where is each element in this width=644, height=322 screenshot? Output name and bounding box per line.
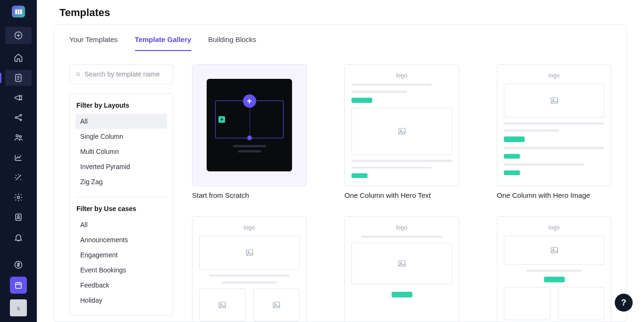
nav-automation[interactable] — [5, 169, 32, 186]
image-icon — [550, 96, 559, 105]
svg-point-21 — [248, 251, 249, 253]
bell-icon — [14, 233, 23, 242]
megaphone-icon — [14, 93, 23, 102]
filter-box: Filter by Layouts All Single Column Mult… — [69, 93, 173, 316]
gear-icon — [14, 193, 23, 202]
filter-layout-zigzag[interactable]: Zig Zag — [75, 174, 167, 189]
svg-point-8 — [16, 135, 18, 137]
people-icon — [14, 133, 23, 142]
main-area: Templates Your Templates Template Galler… — [37, 0, 644, 322]
nav-settings[interactable] — [5, 189, 32, 205]
svg-rect-2 — [20, 9, 22, 14]
template-card[interactable]: logo — [344, 216, 459, 322]
filter-separator — [76, 197, 166, 197]
logo-icon — [14, 8, 23, 16]
filter-usecase-all[interactable]: All — [75, 217, 167, 232]
svg-point-19 — [552, 99, 554, 101]
home-icon — [14, 53, 23, 62]
filter-usecase-feedback[interactable]: Feedback — [75, 278, 167, 293]
template-title: One Column with Hero Text — [344, 191, 459, 200]
svg-point-23 — [221, 304, 222, 305]
svg-point-12 — [17, 216, 19, 218]
svg-rect-0 — [15, 9, 17, 14]
svg-point-6 — [20, 114, 21, 116]
filter-layout-single[interactable]: Single Column — [75, 129, 167, 144]
filter-layout-multi[interactable]: Multi Column — [75, 144, 167, 159]
wireframe-preview: logo — [345, 217, 459, 322]
avatar[interactable]: s — [10, 299, 27, 316]
nav-notifications[interactable] — [5, 229, 32, 246]
svg-point-7 — [20, 119, 21, 120]
chart-line-icon — [14, 153, 23, 162]
template-grid: + + Start from Scratch — [192, 64, 611, 322]
document-icon — [14, 73, 23, 83]
image-icon — [398, 127, 406, 136]
template-title: One Column with Hero Image — [497, 191, 611, 200]
image-icon — [272, 301, 281, 309]
filter-layouts-list: All Single Column Multi Column Inverted … — [76, 114, 166, 189]
scratch-preview: + + — [207, 79, 292, 171]
template-card-scratch[interactable]: + + Start from Scratch — [192, 64, 307, 200]
filter-layouts-heading: Filter by Layouts — [76, 102, 166, 109]
content: Filter by Layouts All Single Column Mult… — [54, 51, 627, 322]
wireframe-preview: logo — [345, 65, 459, 186]
nav-contacts[interactable] — [5, 209, 32, 225]
image-icon — [218, 301, 226, 309]
svg-point-9 — [19, 136, 21, 138]
nav-billing[interactable] — [5, 257, 32, 273]
page-title: Templates — [37, 0, 644, 25]
filter-layout-pyramid[interactable]: Inverted Pyramid — [75, 159, 167, 174]
share-icon — [14, 113, 23, 122]
template-card[interactable]: logo — [497, 216, 611, 322]
nav-audience[interactable] — [5, 129, 32, 145]
dollar-icon — [14, 260, 23, 270]
filter-usecase-engagement[interactable]: Engagement — [75, 247, 167, 263]
create-button[interactable] — [5, 27, 32, 44]
plus-icon: + — [243, 94, 256, 108]
search-icon — [75, 71, 81, 78]
plus-circle-icon — [14, 31, 23, 40]
svg-point-25 — [275, 304, 276, 305]
nav-templates[interactable] — [5, 70, 32, 86]
help-icon: ? — [621, 298, 627, 308]
tab-building-blocks[interactable]: Building Blocks — [208, 35, 256, 51]
filter-usecases-heading: Filter by Use cases — [76, 205, 166, 212]
template-title: Start from Scratch — [192, 191, 307, 200]
filter-layout-all[interactable]: All — [75, 114, 167, 129]
nav-analytics[interactable] — [5, 150, 32, 166]
help-button[interactable]: ? — [615, 294, 633, 312]
tabs: Your Templates Template Gallery Building… — [54, 25, 627, 51]
panel: Your Templates Template Gallery Building… — [54, 25, 627, 322]
svg-point-17 — [400, 130, 401, 131]
svg-point-29 — [552, 249, 554, 250]
filter-usecase-holiday[interactable]: Holiday — [75, 293, 167, 308]
plus-small-icon: + — [218, 116, 225, 123]
search-input[interactable] — [84, 70, 167, 78]
wireframe-preview: logo — [497, 217, 611, 322]
left-rail: s — [0, 0, 37, 322]
wand-icon — [14, 173, 23, 182]
svg-rect-1 — [18, 9, 20, 14]
template-card-hero-text[interactable]: logo One Column with Hero Tex — [344, 64, 459, 200]
filter-usecases-list: All Announcements Engagement Event Booki… — [76, 217, 166, 308]
tab-your-templates[interactable]: Your Templates — [69, 35, 118, 51]
image-icon — [550, 246, 559, 254]
nav-campaigns[interactable] — [5, 90, 32, 106]
template-card[interactable]: logo — [192, 216, 307, 322]
image-icon — [245, 248, 254, 257]
nav-home[interactable] — [5, 50, 32, 66]
avatar-initial: s — [17, 305, 20, 312]
search-box[interactable] — [69, 64, 173, 84]
svg-point-15 — [76, 72, 79, 75]
template-card-hero-image[interactable]: logo One Colum — [497, 64, 611, 200]
wireframe-preview: logo — [497, 65, 611, 186]
filter-usecase-announcements[interactable]: Announcements — [75, 232, 167, 247]
filters-sidebar: Filter by Layouts All Single Column Mult… — [69, 64, 173, 322]
nav-share[interactable] — [5, 110, 32, 126]
calendar-button[interactable] — [10, 277, 27, 294]
filter-usecase-events[interactable]: Event Bookings — [75, 263, 167, 278]
svg-point-5 — [15, 117, 17, 118]
app-logo[interactable] — [12, 6, 25, 17]
calendar-icon — [14, 281, 23, 289]
tab-template-gallery[interactable]: Template Gallery — [135, 35, 192, 51]
